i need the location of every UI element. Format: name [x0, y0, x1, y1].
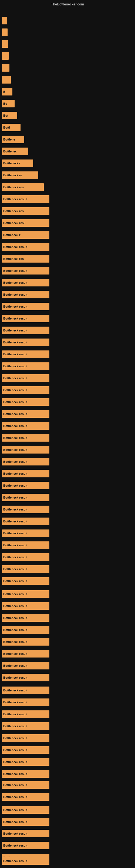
- bar-item: Bottleneck result: [2, 758, 49, 766]
- bar-label: Bottleneck result: [3, 329, 27, 332]
- bar-item: Bottleneck result: [2, 303, 49, 310]
- bar-item: Bottleneck result: [2, 699, 49, 706]
- bar-item: Bot: [2, 112, 17, 119]
- bar-item: Bottleneck result: [2, 626, 49, 633]
- bar-label: Bottleneck result: [3, 317, 27, 320]
- bar-label: Bottleneck result: [3, 412, 27, 415]
- bar-label: Bottleneck result: [3, 652, 27, 655]
- chart-area: TheBottlenecker.com BBoBotBottlBottleneB…: [0, 0, 135, 868]
- bar-item: [2, 52, 9, 60]
- bar-item: Bottleneck result: [2, 638, 49, 646]
- bar-label: Bottleneck result: [3, 269, 27, 272]
- bar-item: Bottleneck result: [2, 770, 49, 778]
- bar-item: Bottleneck result: [2, 386, 49, 394]
- bar-item: Bottlene: [2, 135, 24, 143]
- bar-label: B: [3, 90, 5, 93]
- bar-item: Bottleneck result: [2, 662, 49, 670]
- bar-label: Bottleneck result: [3, 820, 27, 824]
- bar-label: Bottleneck result: [3, 245, 27, 248]
- bar-item: Bottleneck result: [2, 746, 49, 754]
- bar-item: Bottleneck result: [2, 781, 49, 789]
- bar-item: Bottleneck result: [2, 602, 49, 610]
- bar-label: Bottleneck result: [3, 496, 27, 499]
- bar-item: Bottleneck result: [2, 434, 49, 442]
- bar-item: Bottleneck result: [2, 327, 49, 334]
- bar-item: Bottleneck result: [2, 577, 49, 585]
- bar-label: Bottleneck result: [3, 592, 27, 596]
- bar-item: Bottleneck result: [2, 279, 49, 286]
- bar-label: Bottleneck result: [3, 532, 27, 535]
- bar-label: Bottleneck result: [3, 484, 27, 487]
- bar-item: Bottleneck result: [2, 674, 49, 681]
- bar-item: Bottleneck re: [2, 172, 38, 179]
- bar-label: Bottleneck result: [3, 859, 27, 863]
- bar-item: [2, 29, 8, 36]
- bar-item: Bottleneck result: [2, 398, 49, 406]
- bar-label: Bottleneck result: [3, 389, 27, 392]
- bar-item: Bottleneck result: [2, 722, 49, 730]
- bar-label: Bottleneck result: [3, 640, 27, 643]
- bar-item: Bottleneck result: [2, 565, 49, 573]
- bar-item: Bottleneck result: [2, 734, 49, 742]
- bar-label: Bottleneck result: [3, 352, 27, 356]
- bar-label: Bottleneck result: [3, 724, 27, 728]
- bar-label: Bottlenec: [3, 150, 17, 153]
- bar-label: Bottleneck result: [3, 616, 27, 620]
- bar-label: Bottleneck re: [3, 174, 22, 177]
- bar-item: Bottleneck result: [2, 553, 49, 561]
- bar-label: Bottleneck result: [3, 689, 27, 692]
- bar-label: Bottleneck result: [3, 305, 27, 308]
- bar-label: Bottleneck result: [3, 808, 27, 812]
- bar-label: Bottleneck result: [3, 365, 27, 368]
- bar-item: Bottleneck result: [2, 494, 49, 501]
- bar-label: Bottleneck r: [3, 162, 20, 165]
- bar-label: Bottleneck res: [3, 257, 24, 260]
- bar-item: Bottleneck result: [2, 590, 49, 598]
- bar-label: Bottleneck result: [3, 664, 27, 667]
- bar-label: Bottleneck result: [3, 795, 27, 799]
- bar-item: Bottleneck result: [2, 243, 49, 251]
- bar-item: Bottleneck result: [2, 857, 49, 865]
- bar-label: Bottleneck result: [3, 713, 27, 716]
- bar-label: Bottleneck result: [3, 376, 27, 380]
- bar-label: Bottleneck result: [3, 701, 27, 704]
- bar-label: Bottleneck result: [3, 567, 27, 571]
- bar-label: Bot: [3, 114, 8, 117]
- bar-label: Bo: [3, 102, 7, 105]
- bar-label: Bottleneck result: [3, 604, 27, 608]
- bar-item: Bottleneck result: [2, 410, 49, 418]
- bar-label: Bottleneck result: [3, 508, 27, 511]
- bar-item: Bottleneck result: [2, 350, 49, 358]
- bar-label: Bottleneck result: [3, 544, 27, 547]
- bar-item: Bottleneck result: [2, 710, 49, 718]
- bar-label: Bottleneck result: [3, 844, 27, 847]
- bar-label: Bottleneck result: [3, 197, 27, 201]
- bar-item: Bottleneck result: [2, 650, 49, 657]
- bar-label: Bottl: [3, 126, 10, 129]
- bar-label: Bottleneck res: [3, 209, 24, 213]
- bar-item: Bottleneck result: [2, 529, 49, 537]
- bar-label: Bottleneck result: [3, 448, 27, 452]
- bar-item: Bottleneck result: [2, 458, 49, 465]
- bar-item: [2, 17, 7, 24]
- bar-label: Bottleneck resu: [3, 221, 26, 225]
- bar-item: Bottleneck res: [2, 255, 49, 262]
- bar-label: Bottleneck result: [3, 783, 27, 786]
- bar-label: Bottleneck result: [3, 676, 27, 679]
- bar-item: [2, 64, 9, 72]
- bar-label: Bottleneck result: [3, 436, 27, 439]
- bar-item: Bottleneck result: [2, 806, 49, 814]
- bar-item: Bottleneck r: [2, 159, 33, 167]
- bar-label: Bottleneck result: [3, 293, 27, 296]
- bar-item: Bottleneck result: [2, 541, 49, 549]
- bar-label: Bottleneck result: [3, 400, 27, 404]
- bar-item: Bottleneck result: [2, 482, 49, 489]
- bar-item: Bottleneck result: [2, 291, 49, 299]
- bar-label: Bottleneck result: [3, 772, 27, 775]
- bar-item: B: [2, 88, 12, 95]
- bar-item: Bottleneck result: [2, 195, 49, 203]
- bar-label: Bottleneck result: [3, 832, 27, 835]
- bar-item: Bottleneck result: [2, 830, 49, 837]
- bar-label: Bottleneck result: [3, 760, 27, 764]
- bar-item: Bottleneck result: [2, 686, 49, 694]
